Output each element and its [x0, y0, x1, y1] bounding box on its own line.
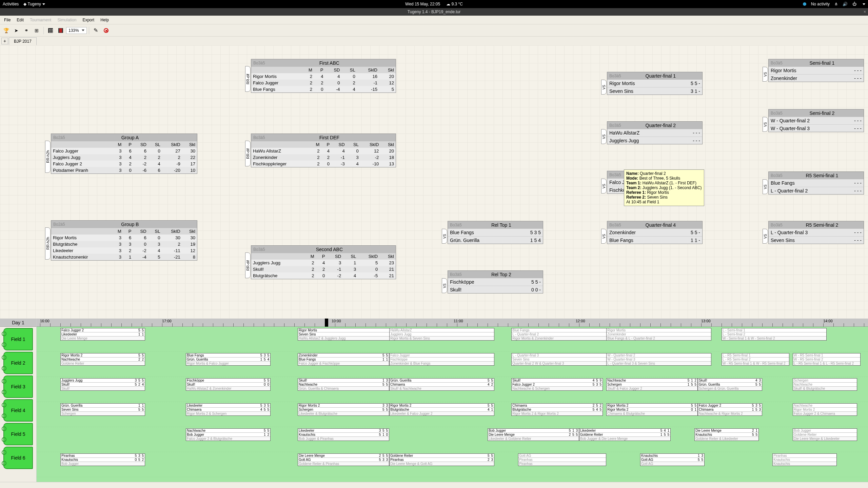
tool-grid1-icon[interactable] [46, 26, 55, 35]
schedule-slot[interactable]: Rigor MortisZonenkinderBlue Fangs & L - … [606, 328, 711, 341]
schedule-slot[interactable]: Likedeeler5 3 5Chimaera4 5 5Rigor Mortis… [186, 403, 271, 416]
schedule-slot[interactable]: Die Leere Menge2 1Knautschis5 5Goldene R… [694, 428, 759, 441]
match-semi-final-2[interactable]: VSBo3à5Semi-final 2W - Quarter-final 2- … [768, 109, 864, 132]
menu-file[interactable]: File [1, 17, 13, 23]
window-title: Tugeny 1.4 - BJP19_ende.tur [408, 9, 460, 14]
field-label-field-6[interactable]: Field 6 [3, 447, 33, 469]
match-rel-top-1[interactable]: VSBo3à5Rel Top 1Blue Fangs5 3 5Grün. Gue… [448, 221, 543, 244]
menu-simulation[interactable]: Simulation [55, 17, 79, 23]
schedule-slot[interactable]: Knautschis1 3Gott AG5 5Gott AG [640, 453, 705, 466]
tool-edit-icon[interactable] [91, 26, 101, 35]
rr-dif-label-1: RR-dif [245, 66, 251, 92]
schedule-slot[interactable]: PiranhasKnautschisKnautschis [772, 453, 837, 466]
schedule-slot[interactable]: Blue Fangs5 3 5Grün. Guerilla1 5 4Rigor … [186, 353, 271, 366]
schedule-slot[interactable]: Rigor Mortis 25 5Nachtwache2 2Goldene Re… [60, 353, 145, 366]
schedule-slot[interactable]: Nachtwache5 1 2Schergen1 5 5Skull! & Fal… [606, 378, 698, 391]
schedule-slot[interactable]: Falco Jugger 25 5Likedeeler1 1Die Leere … [60, 328, 145, 341]
schedule-slot[interactable]: L - Quarter-final 3Seven SinsQuarter-fin… [511, 353, 616, 366]
schedule-slot[interactable]: Skull!4 3Grün. Guerilla5 5Schergen & Grü… [698, 378, 762, 391]
schedule-slot[interactable]: Zonenkinder5 5Blue Fangs1 1Falco Jugger … [298, 353, 389, 366]
app-indicator[interactable]: ◆ Tugeny [23, 2, 45, 6]
schedule-slot[interactable]: Skull!4 5 9Falco Jugger 25 3 5Nachtwache… [511, 378, 603, 391]
menu-edit[interactable]: Edit [14, 17, 26, 23]
bracket-canvas[interactable]: RR-h2h Bo2à5Group A MPSDSLSklDSklFalco J… [0, 45, 868, 319]
schedule-slot[interactable]: Rigor Mortis 25 5Blutgrätsche4 1Likedeel… [389, 403, 494, 416]
schedule-slot[interactable]: Falco JuggerFischköppeZonenkinder & Blue… [389, 353, 494, 366]
schedule-slot[interactable]: Grün. Guerilla1 1Seven Sins5 5Schergen [60, 403, 145, 416]
match-r5-semi-final-1[interactable]: VSBo3à5R5 Semi-final 1Blue Fangs- - -L -… [768, 171, 864, 195]
first-abc-table: MPSDSLSklDSklRigor Mortis24401620Falco J… [251, 67, 396, 93]
volume-icon[interactable]: 🔊 [843, 2, 848, 6]
telegram-icon[interactable] [803, 2, 806, 6]
schedule-slot[interactable]: Die Leere Menge2 5 5Gott AG5 3 3Goldene … [298, 453, 389, 466]
schedule-slot[interactable]: Bob Jugger5 1 3Die Leere Menge2 5 5Liked… [488, 428, 579, 441]
schedule-slot[interactable]: Chimaera2 5 2Blutgrätsche5 4 5Rigor Mort… [511, 403, 603, 416]
tool-arrow-icon[interactable]: ➤ [12, 26, 21, 35]
schedule-slot[interactable]: Rigor Mortis 23 3Schergen5 5Likedeeler &… [298, 403, 389, 416]
schedule-slot[interactable]: L - Semi-final 1L - Semi-final 2W - Semi… [722, 328, 827, 341]
time-area[interactable]: 16:0017:0010:0011:0012:0013:0014:00 Falc… [37, 319, 868, 482]
activities-button[interactable]: Activities [3, 2, 19, 6]
schedule-slot[interactable]: Jugglers Jugg3 5 5Skull!5 2 4Skull! [60, 378, 145, 391]
match-quarter-final-2[interactable]: VSBo3à5Quarter-final 2HaWu AllstarZ- - -… [607, 121, 703, 144]
group-a-table: MPSDSLSklDSklFalco Jugger36602730Juggler… [51, 141, 197, 174]
schedule-slot[interactable]: Nachtwache5 5Bob Jugger1 2Falco Jugger 2… [186, 428, 271, 441]
tool-delete-icon[interactable] [101, 26, 111, 35]
field-label-field-4[interactable]: Field 4 [3, 399, 33, 422]
schedule-slot[interactable]: W - Quarter-final 2W - Quarter-final 3L … [606, 353, 711, 366]
system-menu-icon[interactable] [863, 3, 865, 5]
schedule-slot[interactable]: Fischköppe5 5Skull!0 0HaWu AllstarZ & Zo… [186, 378, 271, 391]
match-semi-final-1[interactable]: VSBo3à5Semi-final 1Rigor Mortis- - -Zone… [768, 59, 864, 82]
field-row-1: Falco Jugger 25 5Likedeeler1 1Die Leere … [37, 327, 868, 352]
schedule-slot[interactable]: Falco Jugger 25 3 5Chimaera1 5 3Nachtwac… [698, 403, 762, 416]
schedule-slot[interactable]: W - R5 Semi-final 1W - R5 Semi-final 2L … [793, 353, 861, 366]
power-icon[interactable]: ⏻ [852, 2, 856, 6]
match-tooltip: Name: Quarter-final 2 Mode: Best of Thre… [624, 169, 704, 206]
schedule-slot[interactable]: Bob JuggerGoldene ReiterDie Leere Menge … [793, 428, 857, 441]
match-quarter-final-4[interactable]: VSBo3à5Quarter-final 4Zonenkinder5 5 -Bl… [607, 221, 703, 244]
tool-new-icon[interactable]: 🏆 [1, 26, 11, 35]
menu-tournament[interactable]: Tournament [27, 17, 54, 23]
tool-bracket-icon[interactable]: ⊞ [32, 26, 41, 35]
schedule-slot[interactable]: Blue FangsL - Quarter-final 2Rigor Morti… [511, 328, 616, 341]
field-label-field-1[interactable]: Field 1 [3, 328, 33, 350]
schedule-slot[interactable]: Rigor Mortis 25 5Rigor Mortis 20 1Chimae… [606, 403, 698, 416]
add-tab-button[interactable]: + [1, 38, 8, 44]
group-b-box[interactable]: RR-h2h Bo2à5Group B MPSDSLSklDSklRigor M… [51, 220, 197, 261]
tool-link-icon[interactable]: ⚭ [22, 26, 31, 35]
window-close-icon[interactable]: × [864, 9, 866, 14]
match-r5-semi-final-2[interactable]: VSBo3à5R5 Semi-final 2L - Quarter-final … [768, 221, 864, 244]
field-label-field-3[interactable]: Field 3 [3, 375, 33, 398]
schedule-slot[interactable]: Goldene Reiter5 5Piranhas2 3Die Leere Me… [389, 453, 494, 466]
schedule-slot[interactable]: Likedeeler5 4 1Goldene Reiter1 5 5Bob Ju… [579, 428, 671, 441]
first-abc-box[interactable]: RR-dif Bo3à5First ABC MPSDSLSklDSklRigor… [251, 59, 396, 93]
group-a-box[interactable]: RR-h2h Bo2à5Group A MPSDSLSklDSklFalco J… [51, 134, 197, 174]
match-rel-top-2[interactable]: VSBo3à5Rel Top 2Fischköppe5 5 -Skull!0 0… [448, 270, 543, 293]
schedule-slot[interactable]: Gott AGPiranhasPiranhas [518, 453, 606, 466]
schedule-slot[interactable]: Skull!1 3Nachtwache5 5Grün. Guerilla & C… [298, 378, 389, 391]
field-row-2: Rigor Mortis 25 5Nachtwache2 2Goldene Re… [37, 352, 868, 377]
tool-grid2-icon[interactable] [56, 26, 65, 35]
menu-export[interactable]: Export [80, 17, 97, 23]
status-bar [0, 482, 868, 488]
schedule-slot[interactable]: NachtwacheRigor Mortis 2Falco Jugger 2 &… [793, 403, 857, 416]
weather: ☁ 9.3 °C [446, 2, 463, 6]
field-label-field-2[interactable]: Field 2 [3, 352, 33, 374]
schedule-slot[interactable]: Rigor Mortis5 5Seven Sins3 1HaWu Allstar… [298, 328, 403, 341]
schedule-slot[interactable]: Likedeeler3 5 5Knautschis5 1 0Bob Jugger… [298, 428, 389, 441]
tab-bjp2017[interactable]: BJP 2017 [9, 37, 37, 45]
schedule-slot[interactable]: Grün. Guerilla5 5Chimaera4 2Skull! & Nac… [389, 378, 494, 391]
field-label-field-5[interactable]: Field 5 [3, 423, 33, 445]
schedule-slot[interactable]: SchergenNachtwacheSkull! & Blutgrätsche [793, 378, 857, 391]
schedule-slot[interactable]: Piranhas5 3 5Knautschis0 5 2Bob Jugger [60, 453, 145, 466]
day-column: Day 1 Field 1Field 2Field 3Field 4Field … [0, 319, 37, 482]
schedule-slot[interactable]: L - R5 Semi-final 1L - R5 Semi-final 2W … [722, 353, 789, 366]
network-icon[interactable]: ⋔ [834, 2, 838, 6]
second-abc-box[interactable]: RR-dif Bo3à5Second ABC MPSDSLSklDSklJugg… [251, 245, 396, 279]
schedule-slot[interactable]: HaWu AllstarZJugglers JuggRigor Mortis &… [389, 328, 494, 341]
match-quarter-final-1[interactable]: VSBo3à5Quarter-final 1Rigor Mortis5 5 -S… [607, 72, 703, 95]
first-def-box[interactable]: RR-dif Bo3à5First DEF MPSDSLSklDSklHaWu … [251, 134, 396, 167]
zoom-level[interactable]: 133% [66, 27, 87, 34]
menu-help[interactable]: Help [98, 17, 112, 23]
schedule-area: Day 1 Field 1Field 2Field 3Field 4Field … [0, 319, 868, 482]
